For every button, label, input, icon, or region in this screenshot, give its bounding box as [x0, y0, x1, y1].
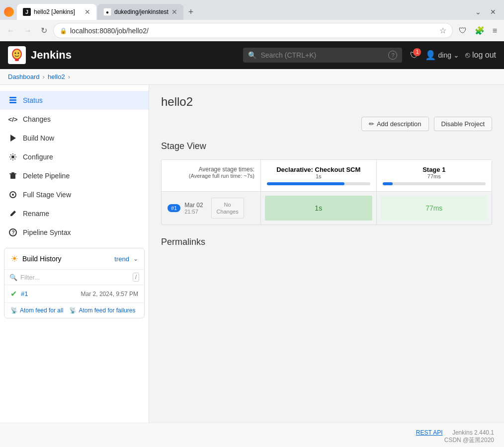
new-tab-button[interactable]: +: [184, 5, 198, 19]
permalinks-title: Permalinks: [161, 237, 492, 247]
sidebar-item-build-now[interactable]: Build Now: [0, 129, 149, 148]
sidebar-label-status: Status: [23, 96, 43, 104]
sidebar-label-rename: Rename: [23, 210, 49, 218]
browser-frame: J hello2 [Jenkins] ✕ ● dukeding/jenkinst…: [0, 0, 504, 447]
stage-col-checkout-avg: 1s: [267, 173, 370, 179]
tab-hello2-jenkins[interactable]: J hello2 [Jenkins] ✕: [17, 4, 96, 20]
address-bar: 🔒 localhost:8080/job/hello2/ ☆: [53, 23, 453, 38]
disable-project-button[interactable]: Disable Project: [434, 117, 492, 131]
close-window-button[interactable]: ✕: [486, 6, 500, 18]
filter-input[interactable]: [20, 274, 130, 281]
breadcrumb-sep-2: ›: [68, 73, 70, 80]
toolbar-actions: 🛡 🧩 ≡: [456, 24, 500, 37]
jenkins-logo-image: [8, 46, 26, 64]
run-info: #1 Mar 02 21:57 NoChanges: [162, 192, 261, 224]
url-text: localhost:8080/job/hello2/: [70, 27, 436, 35]
full-stage-view-icon: [8, 190, 18, 200]
add-description-label: Add description: [377, 120, 421, 128]
tab-favicon-jenkins: J: [23, 8, 31, 16]
tab-close-github[interactable]: ✕: [171, 8, 177, 16]
user-menu[interactable]: 👤 ding ⌄: [425, 50, 459, 61]
rest-api-link[interactable]: REST API: [416, 429, 443, 436]
forward-button[interactable]: →: [21, 24, 35, 37]
atom-feed-failures-link[interactable]: 📡 Atom feed for failures: [69, 307, 135, 314]
sidebar-item-full-stage-view[interactable]: Full Stage View: [0, 185, 149, 204]
stage-cell-checkout: 1s: [261, 192, 377, 224]
jenkins-logo[interactable]: Jenkins: [8, 46, 72, 64]
header-icons: 🛡 1 👤 ding ⌄ ⎋ log out: [410, 50, 496, 61]
atom-feed-failures-icon: 📡: [69, 307, 77, 314]
atom-feed-failures-label: Atom feed for failures: [79, 307, 135, 314]
rename-icon: [8, 209, 18, 219]
content-area: hello2 ✏ Add description Disable Project…: [149, 85, 504, 423]
run-time: 21:57: [184, 209, 203, 215]
build-history-filter: 🔍 /: [4, 270, 144, 285]
stage-cell-checkout-value[interactable]: 1s: [265, 196, 372, 221]
svg-rect-10: [10, 174, 15, 179]
back-button[interactable]: ←: [4, 24, 18, 37]
menu-button[interactable]: ≡: [490, 24, 500, 37]
atom-feeds: 📡 Atom feed for all 📡 Atom feed for fail…: [4, 302, 144, 318]
user-icon: 👤: [425, 50, 436, 61]
svg-rect-4: [15, 59, 19, 61]
footer: REST API Jenkins 2.440.1 CSDN @蓝黑2020: [0, 423, 504, 447]
svg-point-3: [18, 53, 19, 54]
sidebar-label-delete-pipeline: Delete Pipeline: [23, 172, 70, 180]
search-help-icon[interactable]: ?: [388, 51, 397, 60]
stage-cell-1-value[interactable]: 77ms: [381, 196, 488, 221]
atom-feed-all-icon: 📡: [10, 307, 18, 314]
sidebar-item-pipeline-syntax[interactable]: ? Pipeline Syntax: [0, 223, 149, 242]
footer-credit: CSDN @蓝黑2020: [444, 437, 494, 444]
bookmark-button[interactable]: ☆: [439, 26, 446, 35]
avg-stage-label: Average stage times:: [198, 166, 254, 173]
more-tabs-button[interactable]: ⌄: [471, 6, 485, 18]
search-input[interactable]: [260, 51, 384, 59]
sidebar-item-changes[interactable]: </> Changes: [0, 110, 149, 129]
breadcrumb-dashboard[interactable]: Dashboard: [8, 73, 40, 80]
sidebar: Status </> Changes Build Now Configure: [0, 85, 149, 423]
tab-dukeding[interactable]: ● dukeding/jenkinstest ✕: [97, 4, 183, 20]
tab-close-jenkins[interactable]: ✕: [84, 8, 90, 16]
user-menu-chevron-icon: ⌄: [453, 51, 459, 59]
breadcrumb-hello2[interactable]: hello2: [48, 73, 65, 80]
build-number-link[interactable]: #1: [21, 290, 28, 298]
avg-run-label: (Average full run time: ~7s): [189, 173, 254, 179]
atom-feed-all-link[interactable]: 📡 Atom feed for all: [10, 307, 63, 314]
trend-link[interactable]: trend: [114, 255, 129, 263]
sidebar-item-configure[interactable]: Configure: [0, 148, 149, 166]
build-history-chevron-icon[interactable]: ⌄: [133, 255, 138, 262]
build-history-sun-icon: ☀: [10, 253, 18, 264]
svg-point-14: [12, 194, 14, 196]
stage-cell-1: 77ms: [377, 192, 492, 224]
browser-tab-bar: J hello2 [Jenkins] ✕ ● dukeding/jenkinst…: [0, 0, 504, 20]
logout-button[interactable]: ⎋ log out: [465, 51, 496, 60]
svg-rect-11: [9, 173, 16, 174]
changes-icon: </>: [8, 114, 18, 124]
user-name: ding: [438, 51, 451, 59]
add-description-button[interactable]: ✏ Add description: [361, 117, 429, 131]
svg-rect-12: [11, 172, 14, 173]
reload-button[interactable]: ↻: [38, 24, 50, 37]
sidebar-item-delete-pipeline[interactable]: Delete Pipeline: [0, 166, 149, 185]
stage-view-title: Stage View: [161, 141, 492, 151]
svg-point-9: [11, 155, 14, 158]
build-now-icon: [8, 133, 18, 143]
stage-col-1-name: Stage 1: [383, 166, 486, 173]
svg-rect-6: [9, 99, 16, 101]
build-history-panel: ☀ Build History trend ⌄ 🔍 / ✔ #1 Mar 2, …: [4, 248, 145, 318]
extensions-button[interactable]: 🧩: [472, 24, 488, 37]
tab-favicon-github: ●: [103, 8, 111, 16]
run-badge[interactable]: #1: [168, 204, 180, 212]
filter-search-icon: 🔍: [9, 274, 17, 281]
stage-run-column-header: Average stage times: (Average full run t…: [162, 160, 261, 191]
run-date: Mar 02: [184, 202, 203, 209]
security-badge[interactable]: 🛡 1: [410, 50, 419, 61]
stage-bar-container-1: [383, 182, 486, 185]
sidebar-item-status[interactable]: Status: [0, 91, 149, 110]
svg-point-2: [15, 53, 16, 54]
sidebar-item-rename[interactable]: Rename: [0, 204, 149, 223]
build-history-title: Build History: [22, 255, 110, 263]
filter-shortcut: /: [133, 273, 139, 282]
shield-button[interactable]: 🛡: [456, 24, 470, 37]
svg-point-1: [13, 50, 21, 59]
